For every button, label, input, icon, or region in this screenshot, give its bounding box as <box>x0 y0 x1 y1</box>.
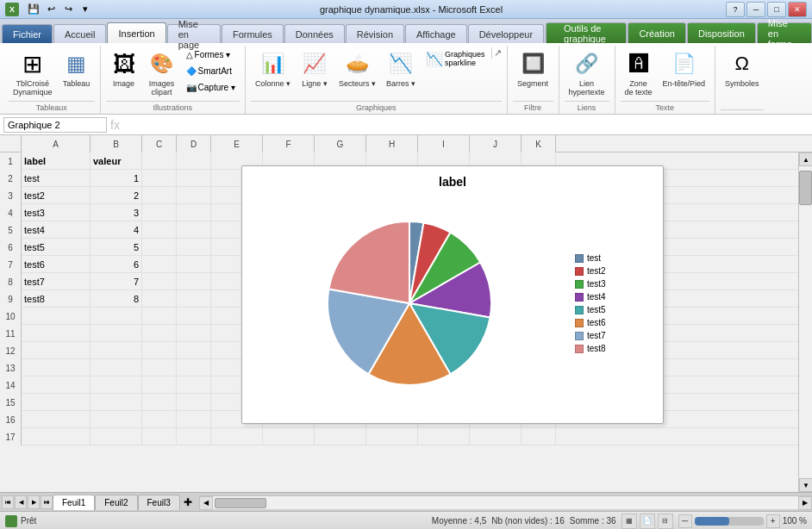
zoom-out-button[interactable]: ─ <box>678 514 692 528</box>
tblcroise-button[interactable]: ⊞ TblCroiséDynamique <box>9 47 57 99</box>
formes-button[interactable]: △ Formes ▾ <box>182 47 240 62</box>
zoom-in-button[interactable]: + <box>766 514 780 528</box>
col-header-a[interactable]: A <box>22 135 91 152</box>
tab-fichier[interactable]: Fichier <box>2 24 53 43</box>
col-header-e[interactable]: E <box>211 135 263 152</box>
cell-a5[interactable]: test4 <box>22 221 91 239</box>
cell-b1[interactable]: valeur <box>91 152 142 170</box>
ligne-button[interactable]: 📈 Ligne ▾ <box>297 47 333 90</box>
smartart-button[interactable]: 🔷 SmartArt <box>182 64 240 78</box>
page-break-button[interactable]: ⊟ <box>658 513 673 529</box>
tab-revision[interactable]: Révision <box>346 24 404 43</box>
cell-a8[interactable]: test7 <box>22 273 91 290</box>
cell-d2[interactable] <box>177 170 211 187</box>
cell-d1[interactable] <box>177 152 211 170</box>
tab-donnees[interactable]: Données <box>284 24 345 43</box>
sheet-tab-feuil2[interactable]: Feuil2 <box>95 495 137 510</box>
sheet-prev-button[interactable]: ◀ <box>15 495 27 509</box>
redo-button[interactable]: ↪ <box>60 2 76 17</box>
normal-view-button[interactable]: ▦ <box>621 513 637 529</box>
tab-affichage[interactable]: Affichage <box>405 24 467 43</box>
tab-disposition[interactable]: Disposition <box>687 22 756 43</box>
tab-creation[interactable]: Création <box>628 22 686 43</box>
vertical-scrollbar[interactable]: ▲ ▼ <box>798 152 812 492</box>
tab-mise-en-page[interactable]: Mise en page <box>167 24 221 43</box>
cell-a3[interactable]: test2 <box>22 187 91 204</box>
col-header-g[interactable]: G <box>315 135 366 152</box>
scroll-thumb-v[interactable] <box>799 171 812 205</box>
cell-c3[interactable] <box>142 187 177 204</box>
cell-b5[interactable]: 4 <box>91 221 142 239</box>
clipart-button[interactable]: 🎨 Imagesclipart <box>144 47 180 99</box>
colonne-button[interactable]: 📊 Colonne ▾ <box>251 47 295 90</box>
cell-a2[interactable]: test <box>22 170 91 187</box>
tab-formules[interactable]: Formules <box>222 24 284 43</box>
tab-insertion[interactable]: Insertion <box>107 22 166 43</box>
col-header-h[interactable]: H <box>366 135 418 152</box>
cell-a6[interactable]: test5 <box>22 239 91 256</box>
minimize-button[interactable]: ─ <box>746 2 765 17</box>
cell-a4[interactable]: test3 <box>22 204 91 221</box>
cell-b3[interactable]: 2 <box>91 187 142 204</box>
qat-dropdown[interactable]: ▾ <box>78 2 93 17</box>
tab-mise-en-forme[interactable]: Mise en forme <box>757 22 812 43</box>
entete-pied-button[interactable]: 📄 En-tête/Pied <box>659 47 710 90</box>
graphiques-expand[interactable]: ↗ <box>494 47 502 59</box>
add-sheet-button[interactable]: ✚ <box>180 496 196 508</box>
undo-button[interactable]: ↩ <box>43 2 59 17</box>
cell-b6[interactable]: 5 <box>91 239 142 256</box>
cell-b8[interactable]: 7 <box>91 273 142 290</box>
cell-c1[interactable] <box>142 152 177 170</box>
image-button[interactable]: 🖼 Image <box>106 47 142 90</box>
scroll-right-button[interactable]: ▶ <box>798 496 812 510</box>
segment-button[interactable]: 🔲 Segment <box>513 47 553 90</box>
cell-c2[interactable] <box>142 170 177 187</box>
tableau-button[interactable]: ▦ Tableau <box>59 47 95 90</box>
sheet-last-button[interactable]: ⏭ <box>41 495 53 509</box>
scroll-left-button[interactable]: ◀ <box>199 496 213 510</box>
sheet-tab-feuil3[interactable]: Feuil3 <box>138 495 180 510</box>
close-button[interactable]: ✕ <box>788 2 807 17</box>
zoom-slider[interactable] <box>695 517 764 526</box>
col-header-i[interactable]: I <box>418 135 470 152</box>
tab-accueil[interactable]: Accueil <box>53 24 106 43</box>
col-header-c[interactable]: C <box>142 135 177 152</box>
col-header-d[interactable]: D <box>177 135 211 152</box>
cell-b9[interactable]: 8 <box>91 290 142 308</box>
scroll-thumb-h[interactable] <box>215 498 266 508</box>
scroll-track-h[interactable] <box>213 496 798 509</box>
sheet-next-button[interactable]: ▶ <box>28 495 40 509</box>
cell-a7[interactable]: test6 <box>22 256 91 273</box>
cell-a1[interactable]: label <box>22 152 91 170</box>
col-header-b[interactable]: B <box>91 135 142 152</box>
chart-container[interactable]: label testtest2test3test4test5test6test7… <box>241 165 664 424</box>
sparkline-button[interactable]: 📉 Graphiquessparkline <box>422 47 490 70</box>
scroll-track-v[interactable] <box>799 166 812 478</box>
formula-input[interactable] <box>123 117 809 133</box>
save-button[interactable]: 💾 <box>26 2 41 17</box>
scroll-up-button[interactable]: ▲ <box>799 152 812 166</box>
scroll-down-button[interactable]: ▼ <box>799 478 812 492</box>
sheet-tab-feuil1[interactable]: Feuil1 <box>53 495 95 510</box>
secteurs-button[interactable]: 🥧 Secteurs ▾ <box>334 47 380 90</box>
page-view-button[interactable]: 📄 <box>640 513 655 529</box>
tab-developpeur[interactable]: Développeur <box>468 24 544 43</box>
lien-button[interactable]: 🔗 Lienhypertexte <box>565 47 609 99</box>
col-header-f[interactable]: F <box>263 135 315 152</box>
restore-button[interactable]: □ <box>767 2 786 17</box>
window-controls[interactable]: ? ─ □ ✕ <box>726 2 807 17</box>
col-header-k[interactable]: K <box>522 135 556 152</box>
symboles-button[interactable]: Ω Symboles <box>721 47 764 90</box>
cell-b2[interactable]: 1 <box>91 170 142 187</box>
sheet-first-button[interactable]: ⏮ <box>2 495 14 509</box>
pie-chart[interactable] <box>251 208 568 398</box>
col-header-j[interactable]: J <box>470 135 522 152</box>
help-button[interactable]: ? <box>726 2 745 17</box>
barres-button[interactable]: 📉 Barres ▾ <box>382 47 420 90</box>
zone-texte-button[interactable]: 🅰 Zonede texte <box>621 47 657 99</box>
horizontal-scrollbar[interactable]: ◀ ▶ <box>199 495 812 509</box>
capture-button[interactable]: 📷 Capture ▾ <box>182 80 240 95</box>
name-box[interactable]: Graphique 2 <box>3 117 107 133</box>
cell-b4[interactable]: 3 <box>91 204 142 221</box>
cell-a9[interactable]: test8 <box>22 290 91 308</box>
